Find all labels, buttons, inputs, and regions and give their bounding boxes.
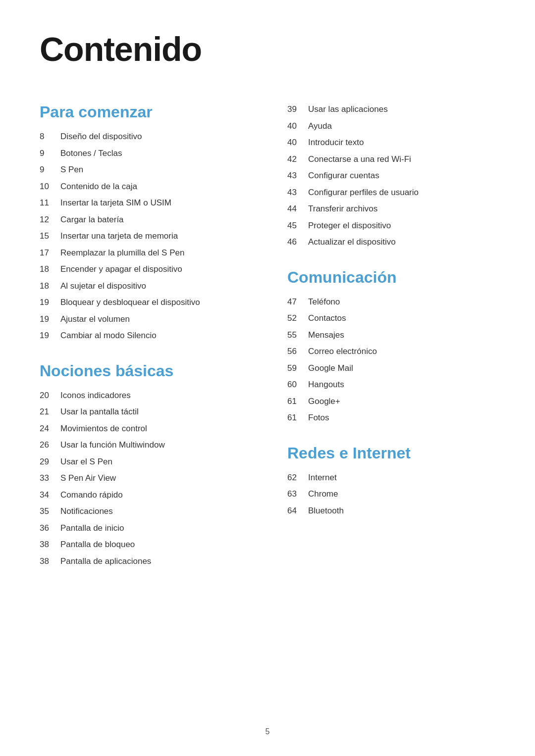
toc-item-label: Chrome: [308, 488, 338, 501]
toc-page-number: 34: [40, 489, 60, 502]
toc-item-label: Notificaciones: [60, 505, 113, 518]
toc-page-number: 43: [287, 186, 308, 199]
toc-page-number: 26: [40, 439, 60, 452]
toc-item-label: Al sujetar el dispositivo: [60, 280, 146, 293]
toc-list-continuacion: 39Usar las aplicaciones40Ayuda40Introduc…: [287, 103, 495, 249]
toc-item: 39Usar las aplicaciones: [287, 103, 495, 116]
toc-page-number: 36: [40, 522, 60, 535]
toc-item: 9S Pen: [40, 163, 243, 176]
toc-list-para-comenzar: 8Diseño del dispositivo9Botones / Teclas…: [40, 130, 243, 342]
toc-item-label: Insertar una tarjeta de memoria: [60, 230, 178, 243]
toc-page-number: 45: [287, 219, 308, 232]
toc-item: 19Ajustar el volumen: [40, 313, 243, 326]
toc-item: 64Bluetooth: [287, 504, 495, 517]
toc-page-number: 59: [287, 362, 308, 375]
toc-item: 46Actualizar el dispositivo: [287, 236, 495, 249]
toc-page-number: 38: [40, 555, 60, 568]
toc-item: 19Bloquear y desbloquear el dispositivo: [40, 296, 243, 309]
toc-item-label: Google Mail: [308, 362, 353, 375]
toc-item: 63Chrome: [287, 488, 495, 501]
toc-item: 18Al sujetar el dispositivo: [40, 280, 243, 293]
toc-item: 52Contactos: [287, 312, 495, 325]
toc-item: 26Usar la función Multiwindow: [40, 439, 243, 452]
toc-page-number: 15: [40, 230, 60, 243]
toc-item: 43Configurar perfiles de usuario: [287, 186, 495, 199]
toc-item: 59Google Mail: [287, 362, 495, 375]
toc-page-number: 40: [287, 136, 308, 149]
toc-item-label: Contactos: [308, 312, 346, 325]
toc-page-number: 21: [40, 405, 60, 418]
toc-item: 20Iconos indicadores: [40, 389, 243, 402]
toc-item-label: Movimientos de control: [60, 422, 147, 435]
toc-list-comunicacion: 47Teléfono52Contactos55Mensajes56Correo …: [287, 296, 495, 424]
toc-item: 29Usar el S Pen: [40, 455, 243, 468]
toc-page-number: 18: [40, 280, 60, 293]
toc-page-number: 38: [40, 538, 60, 551]
toc-item: 21Usar la pantalla táctil: [40, 405, 243, 418]
toc-item-label: Proteger el dispositivo: [308, 219, 391, 232]
toc-page-number: 12: [40, 213, 60, 226]
toc-item-label: Internet: [308, 471, 337, 484]
section-continuacion: 39Usar las aplicaciones40Ayuda40Introduc…: [287, 103, 495, 249]
toc-page-number: 8: [40, 130, 60, 143]
toc-item-label: Bluetooth: [308, 504, 344, 517]
toc-item: 36Pantalla de inicio: [40, 522, 243, 535]
toc-page-number: 46: [287, 236, 308, 249]
toc-item-label: Diseño del dispositivo: [60, 130, 142, 143]
toc-page-number: 52: [287, 312, 308, 325]
toc-item-label: S Pen Air View: [60, 472, 116, 485]
toc-item-label: Usar las aplicaciones: [308, 103, 388, 116]
toc-item-label: Botones / Teclas: [60, 147, 122, 160]
toc-item: 62Internet: [287, 471, 495, 484]
toc-item: 12Cargar la batería: [40, 213, 243, 226]
toc-page-number: 47: [287, 296, 308, 308]
toc-item: 55Mensajes: [287, 329, 495, 342]
toc-item: 8Diseño del dispositivo: [40, 130, 243, 143]
toc-item-label: Fotos: [308, 411, 329, 424]
page-number: 5: [0, 727, 535, 736]
right-column: 39Usar las aplicaciones40Ayuda40Introduc…: [282, 103, 495, 587]
toc-item-label: Pantalla de inicio: [60, 522, 124, 535]
toc-item: 34Comando rápido: [40, 489, 243, 502]
section-title-nociones-basicas: Nociones básicas: [40, 362, 243, 380]
section-redes-internet: Redes e Internet62Internet63Chrome64Blue…: [287, 444, 495, 517]
toc-item: 10Contenido de la caja: [40, 180, 243, 193]
toc-item: 47Teléfono: [287, 296, 495, 308]
toc-item-label: Pantalla de bloqueo: [60, 538, 135, 551]
toc-page-number: 20: [40, 389, 60, 402]
toc-item-label: Reemplazar la plumilla del S Pen: [60, 247, 184, 259]
toc-page-number: 62: [287, 471, 308, 484]
toc-item: 15Insertar una tarjeta de memoria: [40, 230, 243, 243]
section-nociones-basicas: Nociones básicas20Iconos indicadores21Us…: [40, 362, 243, 568]
toc-page-number: 11: [40, 197, 60, 209]
toc-item: 19Cambiar al modo Silencio: [40, 329, 243, 342]
toc-item-label: Google+: [308, 395, 340, 408]
toc-item-label: Teléfono: [308, 296, 340, 308]
toc-item: 40Ayuda: [287, 120, 495, 133]
section-title-comunicacion: Comunicación: [287, 268, 495, 287]
toc-item-label: Insertar la tarjeta SIM o USIM: [60, 197, 171, 209]
toc-item: 9Botones / Teclas: [40, 147, 243, 160]
toc-item: 44Transferir archivos: [287, 202, 495, 215]
toc-item: 38Pantalla de aplicaciones: [40, 555, 243, 568]
toc-page-number: 61: [287, 395, 308, 408]
content-layout: Para comenzar8Diseño del dispositivo9Bot…: [40, 103, 495, 587]
toc-item: 35Notificaciones: [40, 505, 243, 518]
toc-page-number: 55: [287, 329, 308, 342]
toc-list-redes-internet: 62Internet63Chrome64Bluetooth: [287, 471, 495, 517]
page-title: Contenido: [40, 30, 495, 68]
toc-page-number: 39: [287, 103, 308, 116]
section-title-para-comenzar: Para comenzar: [40, 103, 243, 121]
toc-page-number: 61: [287, 411, 308, 424]
toc-page-number: 29: [40, 455, 60, 468]
toc-item-label: Transferir archivos: [308, 202, 377, 215]
toc-item: 61Google+: [287, 395, 495, 408]
toc-item: 45Proteger el dispositivo: [287, 219, 495, 232]
toc-item-label: Contenido de la caja: [60, 180, 137, 193]
toc-page-number: 43: [287, 169, 308, 182]
toc-page-number: 35: [40, 505, 60, 518]
toc-item-label: Bloquear y desbloquear el dispositivo: [60, 296, 200, 309]
toc-item-label: Mensajes: [308, 329, 344, 342]
toc-page-number: 42: [287, 153, 308, 166]
section-comunicacion: Comunicación47Teléfono52Contactos55Mensa…: [287, 268, 495, 424]
